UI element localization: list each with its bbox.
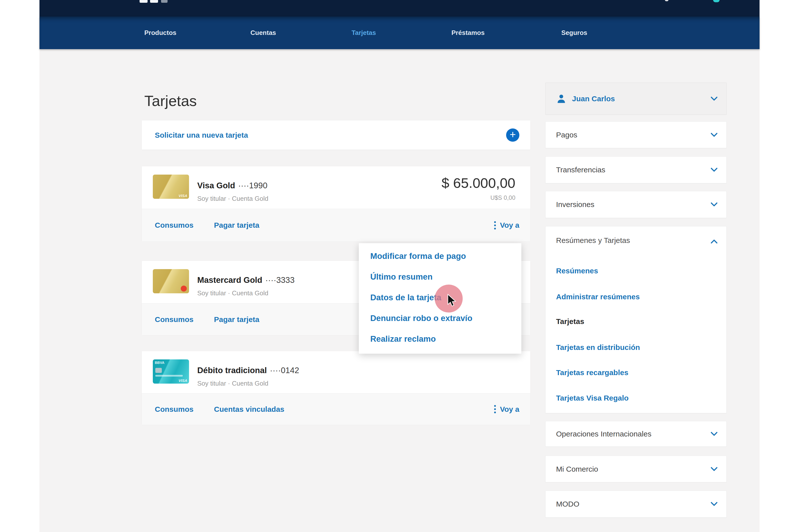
bbva-online-banking: Productos Cuentas Tarjetas Préstamos Seg… (0, 0, 799, 532)
card-masked-number: ····0142 (270, 366, 299, 375)
page-title: Tarjetas (144, 92, 197, 110)
chevron-down-icon (710, 96, 718, 102)
card-masked-number: ····1990 (238, 181, 268, 190)
sidebar-user-row[interactable]: Juan Carlos (545, 82, 727, 115)
sidebar-item-label: MODO (556, 500, 579, 508)
menu-item-realizar-reclamo[interactable]: Realizar reclamo (370, 335, 521, 343)
card-brand: Mastercard Gold (197, 276, 262, 285)
sidebar-user-name: Juan Carlos (572, 95, 615, 103)
chevron-down-icon (710, 202, 718, 208)
top-app-bar (39, 0, 760, 17)
sidebar-item-label: Inversiones (556, 200, 594, 209)
consumos-link[interactable]: Consumos (155, 315, 194, 324)
pagar-tarjeta-link[interactable]: Pagar tarjeta (214, 221, 259, 229)
chevron-up-icon (710, 238, 718, 244)
card-balance: $ 65.000,00 (441, 175, 515, 191)
card-ownership: Soy titular · Cuenta Gold (197, 289, 268, 297)
card-row-visa-gold: Visa Gold····1990 Soy titular · Cuenta G… (142, 166, 530, 241)
sidebar-subitem-tarjetas-en-distribucion[interactable]: Tarjetas en distribución (556, 343, 640, 352)
chevron-down-icon (710, 167, 718, 173)
menu-item-modificar-forma-de-pago[interactable]: Modificar forma de pago (370, 252, 521, 261)
card-balance-usd: U$S 0,00 (490, 194, 515, 201)
nav-item-prestamos[interactable]: Préstamos (451, 17, 485, 49)
consumos-link[interactable]: Consumos (155, 221, 194, 229)
menu-item-ultimo-resumen[interactable]: Último resumen (370, 272, 521, 281)
card-brand: Débito tradicional (197, 366, 267, 375)
card-info[interactable]: Débito tradicional····0142 Soy titular ·… (142, 351, 530, 393)
sidebar-item-transferencias[interactable]: Transferencias (545, 156, 727, 183)
visa-gold-card-thumbnail-icon (153, 175, 189, 199)
plus-icon[interactable] (506, 129, 519, 142)
sidebar-item-label: Transferencias (556, 166, 605, 174)
sidebar-subitem-tarjetas-recargables[interactable]: Tarjetas recargables (556, 368, 629, 377)
sidebar-item-mi-comercio[interactable]: Mi Comercio (545, 456, 727, 482)
chevron-down-icon (710, 467, 718, 473)
card-chip-icon (155, 368, 162, 373)
request-new-card-label: Solicitar una nueva tarjeta (155, 131, 248, 139)
card-row-debito-tradicional: Débito tradicional····0142 Soy titular ·… (142, 351, 530, 424)
sidebar-subitem-resumenes[interactable]: Resúmenes (556, 267, 598, 275)
kebab-menu-icon (494, 221, 496, 229)
menu-item-denunciar-robo-o-extravio[interactable]: Denunciar robo o extravío (370, 314, 521, 323)
main-navigation: Productos Cuentas Tarjetas Préstamos Seg… (39, 17, 760, 49)
consumos-link[interactable]: Consumos (155, 405, 194, 414)
sidebar-item-label: Mi Comercio (556, 465, 598, 473)
card-actions: Consumos Cuentas vinculadas Voy a (142, 393, 530, 425)
card-info[interactable]: Visa Gold····1990 Soy titular · Cuenta G… (142, 166, 530, 209)
sidebar-subitem-tarjetas[interactable]: Tarjetas (556, 318, 584, 325)
nav-item-cuentas[interactable]: Cuentas (251, 17, 276, 49)
sidebar-section-resumenes-y-tarjetas: Resúmenes y Tarjetas Resúmenes Administr… (545, 226, 727, 413)
notification-dot-icon (665, 0, 668, 1)
card-name: Débito tradicional····0142 (197, 366, 299, 375)
card-name: Visa Gold····1990 (197, 181, 268, 190)
nav-item-tarjetas[interactable]: Tarjetas (351, 17, 376, 49)
help-icon[interactable] (713, 0, 720, 2)
card-name: Mastercard Gold····3333 (197, 276, 295, 285)
card-brand: Visa Gold (197, 181, 235, 190)
chevron-down-icon (710, 432, 718, 437)
chevron-down-icon (710, 501, 718, 508)
sidebar-item-inversiones[interactable]: Inversiones (545, 191, 727, 218)
chevron-down-icon (710, 132, 718, 138)
card-actions: Consumos Pagar tarjeta Voy a (142, 209, 530, 242)
sidebar-item-label: Pagos (556, 131, 577, 139)
card-ownership: Soy titular · Cuenta Gold (197, 380, 268, 387)
pagar-tarjeta-link[interactable]: Pagar tarjeta (214, 315, 259, 324)
card-number-decoration (155, 375, 183, 377)
card-ownership: Soy titular · Cuenta Gold (197, 195, 268, 203)
sidebar-item-pagos[interactable]: Pagos (545, 121, 727, 148)
nav-item-seguros[interactable]: Seguros (561, 17, 587, 49)
voy-a-button[interactable]: Voy a (494, 209, 519, 242)
nav-item-productos[interactable]: Productos (144, 17, 177, 49)
sidebar-subitem-tarjetas-visa-regalo[interactable]: Tarjetas Visa Regalo (556, 394, 629, 402)
cuentas-vinculadas-link[interactable]: Cuentas vinculadas (214, 405, 285, 414)
voy-a-label: Voy a (500, 405, 519, 414)
sidebar-item-operaciones-internacionales[interactable]: Operaciones Internacionales (545, 421, 727, 447)
card-masked-number: ····3333 (265, 276, 294, 285)
mastercard-gold-card-thumbnail-icon (153, 269, 189, 293)
kebab-menu-icon (494, 405, 496, 413)
user-icon (556, 94, 566, 104)
mouse-cursor-icon (446, 294, 457, 308)
debit-card-thumbnail-icon (153, 359, 189, 384)
sidebar-item-label: Resúmenes y Tarjetas (556, 236, 630, 245)
sidebar-item-label: Operaciones Internacionales (556, 430, 651, 438)
sidebar-subitem-administrar-resumenes[interactable]: Administrar resúmenes (556, 293, 640, 301)
voy-a-label: Voy a (500, 221, 519, 229)
request-new-card-row[interactable]: Solicitar una nueva tarjeta (142, 120, 530, 150)
voy-a-button[interactable]: Voy a (494, 394, 519, 425)
sidebar-item-resumenes-y-tarjetas[interactable]: Resúmenes y Tarjetas (546, 226, 726, 254)
sidebar-item-modo[interactable]: MODO (545, 491, 727, 517)
